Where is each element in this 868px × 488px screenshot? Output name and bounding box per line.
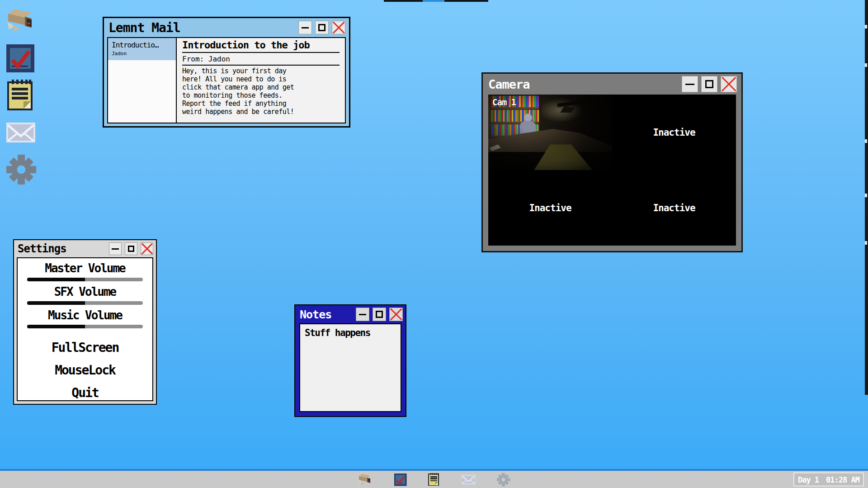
minimize-button[interactable] xyxy=(682,76,698,92)
mail-reading-pane: Introduction to the job From: Jadon Hey,… xyxy=(177,38,345,123)
minimize-button[interactable] xyxy=(356,308,369,321)
checklist-icon xyxy=(394,473,407,486)
slider-fill xyxy=(27,325,85,328)
close-icon xyxy=(332,21,345,34)
inactive-feed-label: Inactive xyxy=(653,203,695,213)
camera-titlebar[interactable]: Camera xyxy=(483,74,741,95)
offscreen-window-top-edge-blue xyxy=(423,0,444,2)
maximize-button[interactable] xyxy=(701,76,717,92)
close-icon xyxy=(721,76,736,92)
security-camera-icon xyxy=(358,473,373,486)
desktop-icon-notepad[interactable] xyxy=(6,79,35,111)
minimize-icon xyxy=(685,84,694,85)
offscreen-window-right-edge xyxy=(865,0,868,395)
quit-button[interactable]: Quit xyxy=(71,385,98,400)
mail-list-item-selected[interactable]: Introductio… Jadon xyxy=(108,38,176,60)
camera-feed-2[interactable]: Inactive xyxy=(612,95,736,170)
mail-subject-heading: Introduction to the job xyxy=(182,39,340,53)
maximize-icon xyxy=(318,24,325,31)
minimize-icon xyxy=(302,27,309,28)
camera-feed-3[interactable]: Inactive xyxy=(488,170,612,246)
camera-feed-view: Cam 1 xyxy=(488,95,612,170)
day-counter: Day 1 xyxy=(798,475,819,484)
camera-window-title: Camera xyxy=(488,77,530,91)
mail-envelope-icon xyxy=(6,122,35,143)
desktop-icon-settings[interactable] xyxy=(6,155,36,185)
notes-textarea[interactable]: Stuff happens xyxy=(299,323,401,412)
inactive-feed-label: Inactive xyxy=(653,127,695,138)
taskbar-clock: Day 1 01:28 AM xyxy=(793,473,864,487)
taskbar-icon-checklist[interactable] xyxy=(394,473,407,486)
checklist-icon xyxy=(6,44,34,72)
offscreen-window-top-edge xyxy=(444,0,488,2)
security-camera-icon xyxy=(6,7,36,33)
slider-fill xyxy=(27,278,85,281)
close-button[interactable] xyxy=(141,242,153,255)
clock-time: 01:28 AM xyxy=(826,475,859,484)
master-volume-label: Master Volume xyxy=(45,262,125,275)
taskbar-icon-notepad[interactable] xyxy=(428,473,440,487)
maximize-button[interactable] xyxy=(125,242,137,255)
minimize-button[interactable] xyxy=(298,21,312,34)
camera-grid: Cam 1 Inactive Inactive Inactive xyxy=(488,95,736,246)
master-volume-slider[interactable] xyxy=(27,278,143,281)
mail-item-subject: Introductio… xyxy=(112,41,173,49)
mail-content: Introductio… Jadon Introduction to the j… xyxy=(107,37,346,123)
notepad-icon xyxy=(6,79,35,111)
maximize-button[interactable] xyxy=(373,308,386,321)
maximize-icon xyxy=(128,246,134,252)
minimize-icon xyxy=(112,248,119,250)
mouselock-button[interactable]: MouseLock xyxy=(55,363,115,378)
taskbar-icon-mail[interactable] xyxy=(462,474,476,484)
desktop-icon-camera[interactable] xyxy=(6,7,36,33)
music-volume-label: Music Volume xyxy=(48,309,122,322)
taskbar-icon-settings[interactable] xyxy=(497,473,510,486)
camera-feed-1[interactable]: Cam 1 xyxy=(488,95,612,170)
minimize-icon xyxy=(359,314,367,315)
settings-window-title: Settings xyxy=(18,242,66,255)
sfx-volume-slider[interactable] xyxy=(27,301,143,305)
settings-titlebar[interactable]: Settings xyxy=(14,240,156,257)
minimize-button[interactable] xyxy=(109,242,122,255)
mail-from-line: From: Jadon xyxy=(182,53,340,66)
close-icon xyxy=(390,308,402,321)
taskbar-icon-camera[interactable] xyxy=(358,473,373,486)
camera-feed-label: Cam 1 xyxy=(492,97,516,107)
close-button[interactable] xyxy=(332,21,345,34)
taskbar: Day 1 01:28 AM xyxy=(0,469,868,488)
close-button[interactable] xyxy=(389,308,403,321)
mail-titlebar[interactable]: Lemnt Mail xyxy=(104,18,349,37)
mail-body-text: Hey, this is your first day here! All yo… xyxy=(182,67,340,116)
notes-window: Notes Stuff happens xyxy=(294,304,406,417)
desktop-icon-checklist[interactable] xyxy=(6,44,34,72)
music-volume-slider[interactable] xyxy=(27,325,143,328)
mail-envelope-icon xyxy=(462,474,476,484)
mail-window-title: Lemnt Mail xyxy=(108,20,180,35)
inactive-feed-label: Inactive xyxy=(529,203,571,213)
slider-fill xyxy=(27,301,85,305)
camera-feed-4[interactable]: Inactive xyxy=(612,170,736,246)
mail-window: Lemnt Mail Introductio… Jadon Introducti… xyxy=(103,17,350,128)
close-icon xyxy=(141,243,153,255)
settings-gear-icon xyxy=(6,155,36,185)
maximize-icon xyxy=(376,311,382,317)
mail-list: Introductio… Jadon xyxy=(108,38,177,123)
notes-titlebar[interactable]: Notes xyxy=(295,305,406,323)
settings-content: Master Volume SFX Volume Music Volume Fu… xyxy=(17,257,153,401)
settings-gear-icon xyxy=(497,473,510,486)
sfx-volume-label: SFX Volume xyxy=(54,285,116,299)
close-button[interactable] xyxy=(721,76,737,92)
camera-window: Camera xyxy=(481,72,743,252)
mail-item-sender: Jadon xyxy=(112,51,173,57)
desktop: Lemnt Mail Introductio… Jadon Introducti… xyxy=(0,0,868,488)
fullscreen-button[interactable]: FullScreen xyxy=(52,340,119,355)
settings-window: Settings Master Volume SFX Volume Music … xyxy=(13,239,157,405)
offscreen-window-top-edge xyxy=(384,0,423,2)
notepad-icon xyxy=(428,473,440,487)
desktop-icon-mail[interactable] xyxy=(6,122,35,143)
notes-window-title: Notes xyxy=(300,308,331,321)
maximize-button[interactable] xyxy=(315,21,329,34)
maximize-icon xyxy=(705,80,714,89)
